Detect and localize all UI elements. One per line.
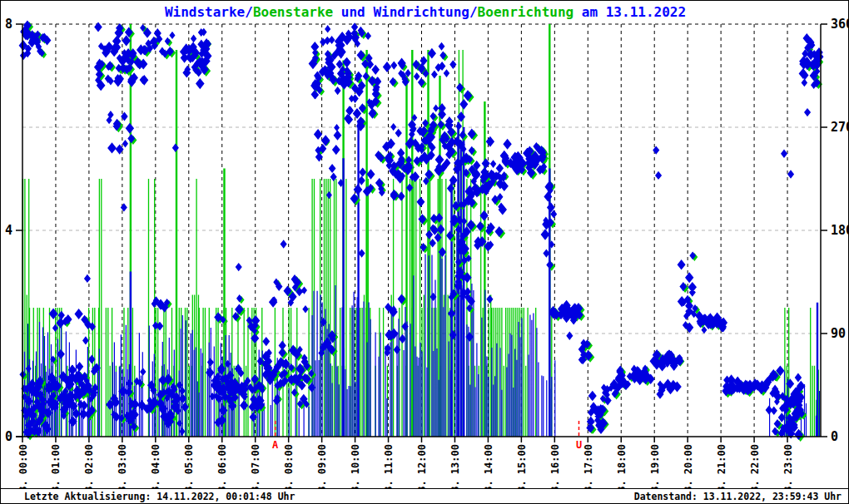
x-axis-label: 13. 11:00 [383,444,395,490]
x-axis-label: 13. 02:00 [83,444,95,490]
x-axis-label: 13. 23:00 [782,444,794,490]
x-axis-label: 13. 20:00 [683,444,694,490]
x-axis-label: 13. 01:00 [50,444,62,490]
x-axis-label: 13. 00:00 [17,444,29,490]
data-timestamp-text: Datenstand: 13.11.2022, 23:59:43 Uhr [634,491,842,502]
sun-marker-label: A [272,439,279,451]
x-axis-label: 13. 18:00 [616,444,628,490]
x-axis-label: 13. 08:00 [283,444,295,490]
last-update-text: Letzte Aktualisierung: 14.11.2022, 00:01… [24,491,295,502]
x-axis-label: 13. 22:00 [749,444,761,490]
x-axis-label: 13. 04:00 [150,444,161,490]
x-axis-label: 13. 16:00 [549,444,561,490]
x-axis-label: 13. 12:00 [416,444,428,490]
right-axis-label: 180 [831,223,849,238]
x-axis-label: 13. 13:00 [449,444,461,490]
x-axis-label: 13. 03:00 [117,444,128,490]
right-axis-label: 270 [831,120,849,135]
left-axis-label: 0 [5,429,12,444]
x-axis-label: 13. 15:00 [516,444,528,490]
x-axis-label: 13. 19:00 [649,444,661,490]
x-axis-label: 13. 09:00 [316,444,328,490]
chart-canvas: Windstarke/Boenstarke und Windrichtung/B… [1,1,849,490]
x-axis-label: 13. 14:00 [483,444,494,490]
x-axis-label: 13. 21:00 [716,444,727,490]
sun-marker-label: U [576,439,582,451]
right-axis-label: 90 [831,326,846,341]
left-axis-label: 8 [5,17,12,32]
x-axis-label: 13. 06:00 [216,444,228,490]
right-axis-label: 360 [831,17,849,32]
chart-title: Windstarke/Boenstarke und Windrichtung/B… [165,4,686,20]
x-axis-label: 13. 05:00 [183,444,195,490]
wind-chart-frame: Windstarke/Boenstarke und Windrichtung/B… [0,0,849,504]
status-bar: Letzte Aktualisierung: 14.11.2022, 00:01… [1,488,848,503]
x-axis-label: 13. 07:00 [250,444,261,490]
left-axis-label: 4 [5,223,12,238]
right-axis-label: 0 [831,429,838,444]
x-axis-label: 13. 10:00 [350,444,361,490]
x-axis-label: 13. 17:00 [583,444,594,490]
